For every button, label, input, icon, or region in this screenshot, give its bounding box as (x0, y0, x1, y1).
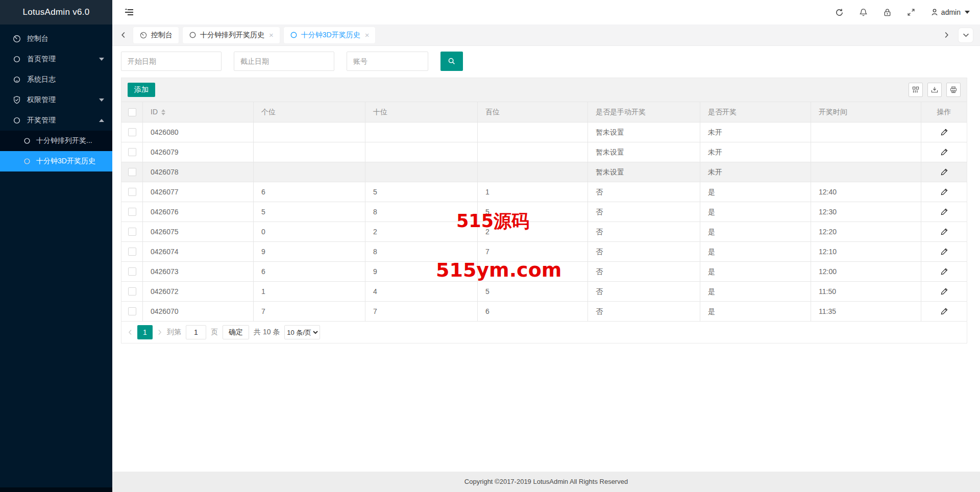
export-icon[interactable] (927, 83, 942, 97)
cell-ge: 7 (254, 302, 365, 321)
cell-open: 是 (700, 242, 811, 261)
table-row: 0426077 6 5 1 否 是 12:40 (121, 182, 967, 202)
row-checkbox[interactable] (128, 228, 136, 236)
refresh-icon[interactable] (835, 8, 844, 17)
edit-icon[interactable] (941, 129, 948, 136)
bell-icon[interactable] (859, 8, 868, 17)
edit-icon[interactable] (941, 288, 948, 295)
cell-shi (365, 122, 478, 142)
row-checkbox[interactable] (128, 128, 136, 136)
current-page-button[interactable]: 1 (137, 325, 153, 339)
edit-icon[interactable] (941, 149, 948, 156)
topbar: admin (112, 0, 980, 24)
select-all-checkbox[interactable] (128, 108, 136, 116)
row-checkbox[interactable] (128, 168, 136, 176)
sidebar-item-permissions[interactable]: 权限管理 (0, 90, 112, 110)
cell-shi: 4 (365, 282, 478, 301)
sort-icon[interactable] (161, 109, 165, 115)
column-header-ones: 个位 (254, 102, 365, 122)
sidebar-menu: 控制台 首页管理 系统日志 权限管理 开奖管理 (0, 24, 112, 171)
lock-icon[interactable] (883, 8, 892, 17)
sidebar-item-label: 首页管理 (27, 55, 56, 64)
tab-console[interactable]: 控制台 (133, 27, 179, 43)
tab-pailie-history[interactable]: 十分钟排列开奖历史 × (183, 27, 280, 43)
columns-icon[interactable] (909, 83, 923, 97)
sidebar-item-console[interactable]: 控制台 (0, 29, 112, 49)
edit-icon[interactable] (941, 208, 948, 215)
edit-icon[interactable] (941, 308, 948, 315)
close-icon[interactable]: × (365, 31, 370, 39)
circle-icon (290, 31, 298, 39)
topbar-actions: admin (835, 8, 970, 17)
row-checkbox[interactable] (128, 188, 136, 196)
tab-3d-history[interactable]: 十分钟3D开奖历史 × (284, 27, 376, 43)
account-input[interactable] (347, 52, 428, 71)
cell-ge: 6 (254, 262, 365, 281)
cell-id: 0426076 (143, 202, 254, 222)
cell-id: 0426070 (143, 302, 254, 321)
row-checkbox[interactable] (128, 208, 136, 216)
close-icon[interactable]: × (269, 31, 274, 39)
cell-manual: 否 (588, 182, 700, 202)
tab-scroll-left-icon[interactable] (117, 31, 129, 39)
next-page-icon[interactable] (157, 329, 162, 336)
main-content: 添加 ID 个位 十位 百位 是否是手动开奖 (112, 46, 980, 343)
fullscreen-icon[interactable] (906, 8, 916, 17)
column-header-time: 开奖时间 (811, 102, 921, 122)
sidebar-item-home-mgmt[interactable]: 首页管理 (0, 49, 112, 69)
edit-icon[interactable] (941, 228, 948, 235)
cell-manual: 否 (588, 262, 700, 281)
add-button[interactable]: 添加 (128, 83, 155, 97)
sidebar-item-system-log[interactable]: 系统日志 (0, 69, 112, 90)
page-number-input[interactable] (186, 325, 206, 339)
column-header-id[interactable]: ID (143, 102, 254, 122)
row-checkbox[interactable] (128, 267, 136, 276)
cell-open: 是 (700, 182, 811, 202)
sidebar-item-lottery-mgmt[interactable]: 开奖管理 (0, 110, 112, 131)
tab-label: 控制台 (151, 31, 173, 40)
tab-label: 十分钟3D开奖历史 (301, 31, 360, 40)
sidebar-subitem-3d-history[interactable]: 十分钟3D开奖历史 (0, 151, 112, 171)
start-date-input[interactable] (121, 52, 222, 71)
cell-bai (478, 162, 588, 182)
app-logo: LotusAdmin v6.0 (0, 0, 112, 24)
row-checkbox[interactable] (128, 248, 136, 256)
edit-icon[interactable] (941, 168, 948, 176)
cell-bai (478, 262, 588, 281)
chevron-down-icon (99, 58, 104, 61)
cell-id: 0426075 (143, 222, 254, 241)
tab-bar: 控制台 十分钟排列开奖历史 × 十分钟3D开奖历史 × (112, 24, 980, 46)
sidebar-subitem-pailie-history[interactable]: 十分钟排列开奖... (0, 131, 112, 151)
cell-bai: 5 (478, 282, 588, 301)
cell-bai (478, 142, 588, 162)
cell-ge: 6 (254, 182, 365, 202)
cell-time (811, 142, 921, 162)
goto-label: 到第 (167, 328, 181, 337)
end-date-input[interactable] (234, 52, 334, 71)
tab-actions-dropdown[interactable] (959, 28, 973, 42)
edit-icon[interactable] (941, 268, 948, 275)
edit-icon[interactable] (941, 188, 948, 195)
page-size-select[interactable]: 10 条/页 (284, 325, 320, 339)
edit-icon[interactable] (941, 248, 948, 255)
print-icon[interactable] (946, 83, 961, 97)
search-button[interactable] (440, 52, 463, 71)
cell-open: 是 (700, 222, 811, 241)
footer-copyright: Copyright ©2017-2019 LotusAdmin All Righ… (112, 472, 980, 492)
cell-id: 0426073 (143, 262, 254, 281)
tab-scroll-right-icon[interactable] (941, 31, 952, 39)
confirm-page-button[interactable]: 确定 (223, 325, 249, 339)
prev-page-icon[interactable] (128, 329, 133, 336)
row-checkbox[interactable] (128, 287, 136, 296)
cell-open: 是 (700, 262, 811, 281)
table-header-row: ID 个位 十位 百位 是否是手动开奖 是否开奖 开奖时间 操作 (121, 102, 967, 122)
row-checkbox[interactable] (128, 148, 136, 156)
sidebar-item-label: 十分钟排列开奖... (36, 136, 92, 145)
cell-shi (365, 162, 478, 182)
sidebar: LotusAdmin v6.0 控制台 首页管理 系统日志 权限管理 (0, 0, 112, 492)
cell-id: 0426080 (143, 122, 254, 142)
user-menu[interactable]: admin (930, 8, 970, 17)
collapse-menu-icon[interactable] (124, 7, 135, 17)
row-checkbox[interactable] (128, 307, 136, 315)
search-icon (447, 57, 456, 66)
